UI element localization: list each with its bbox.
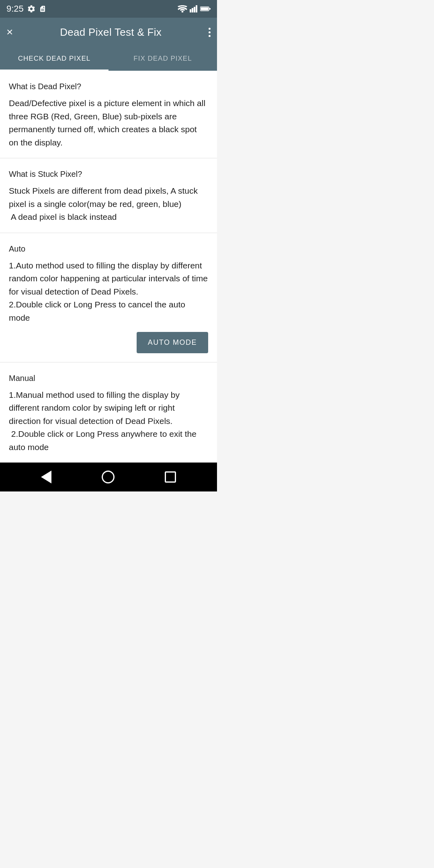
svg-rect-5 xyxy=(201,8,209,10)
auto-section: Auto 1.Auto method used to filling the d… xyxy=(0,233,217,362)
overflow-menu-button[interactable] xyxy=(209,28,211,37)
svg-rect-2 xyxy=(194,7,195,12)
svg-rect-3 xyxy=(196,5,197,12)
close-button[interactable]: × xyxy=(6,27,13,38)
app-bar: × Dead Pixel Test & Fix xyxy=(0,18,217,47)
storage-icon xyxy=(39,4,46,13)
settings-icon xyxy=(27,4,36,13)
status-bar-right xyxy=(178,5,211,12)
stuck-pixel-body: Stuck Pixels are different from dead pix… xyxy=(9,184,208,224)
manual-title: Manual xyxy=(9,374,208,383)
stuck-pixel-title: What is Stuck Pixel? xyxy=(9,170,208,179)
status-bar-left: 9:25 xyxy=(6,4,46,14)
svg-rect-1 xyxy=(192,8,193,12)
signal-icon xyxy=(190,5,198,12)
bottom-nav xyxy=(0,463,217,491)
recents-nav-button[interactable] xyxy=(165,471,176,483)
status-time: 9:25 xyxy=(6,4,24,14)
home-icon xyxy=(102,471,115,483)
svg-rect-6 xyxy=(209,8,211,10)
tab-fix-dead-pixel[interactable]: FIX DEAD PIXEL xyxy=(108,47,217,71)
dead-pixel-section: What is Dead Pixel? Dead/Defective pixel… xyxy=(0,71,217,158)
recents-icon xyxy=(165,471,176,483)
tab-bar: CHECK DEAD PIXEL FIX DEAD PIXEL xyxy=(0,47,217,71)
manual-section: Manual 1.Manual method used to filling t… xyxy=(0,362,217,463)
battery-icon xyxy=(200,6,211,12)
home-nav-button[interactable] xyxy=(102,471,115,483)
dead-pixel-title: What is Dead Pixel? xyxy=(9,82,208,91)
stuck-pixel-section: What is Stuck Pixel? Stuck Pixels are di… xyxy=(0,158,217,233)
tab-check-dead-pixel[interactable]: CHECK DEAD PIXEL xyxy=(0,47,108,71)
manual-body: 1.Manual method used to filling the disp… xyxy=(9,389,208,454)
back-icon xyxy=(41,471,51,483)
svg-rect-0 xyxy=(190,9,191,12)
content-area: What is Dead Pixel? Dead/Defective pixel… xyxy=(0,71,217,463)
back-nav-button[interactable] xyxy=(41,471,51,483)
auto-mode-button[interactable]: AUTO MODE xyxy=(137,332,208,353)
auto-title: Auto xyxy=(9,244,208,254)
auto-button-row: AUTO MODE xyxy=(9,332,208,353)
wifi-icon xyxy=(178,5,187,12)
auto-body: 1.Auto method used to filling the displa… xyxy=(9,259,208,325)
status-bar: 9:25 xyxy=(0,0,217,18)
app-title: Dead Pixel Test & Fix xyxy=(60,26,162,39)
dead-pixel-body: Dead/Defective pixel is a picture elemen… xyxy=(9,97,208,149)
